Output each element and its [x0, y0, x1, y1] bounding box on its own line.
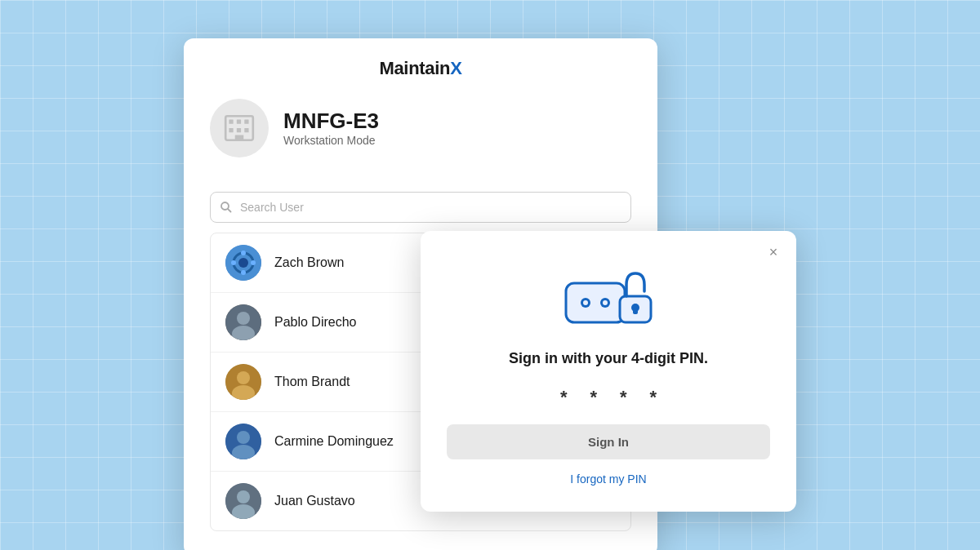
avatar: [225, 364, 261, 400]
workstation-info: MNFG-E3 Workstation Mode: [184, 99, 657, 157]
search-input[interactable]: [210, 192, 631, 223]
svg-rect-7: [235, 135, 244, 140]
panel-header: MaintainX MNFG-E3: [184, 38, 657, 192]
building-icon: [222, 111, 256, 145]
user-name: Juan Gustavo: [274, 494, 355, 508]
user-name: Thom Brandt: [274, 375, 350, 389]
avatar: [225, 245, 261, 281]
svg-point-27: [237, 490, 250, 503]
svg-rect-29: [566, 283, 625, 322]
svg-point-14: [241, 270, 246, 275]
workstation-name: MNFG-E3: [283, 109, 379, 133]
sign-in-button[interactable]: Sign In: [447, 424, 770, 459]
user-name: Zach Brown: [274, 255, 344, 270]
pin-icon-area: [447, 260, 770, 334]
pin-dot-3: *: [620, 387, 627, 408]
svg-point-12: [238, 258, 248, 268]
svg-line-9: [228, 209, 231, 212]
svg-point-15: [231, 260, 236, 265]
pin-dot-1: *: [560, 387, 568, 408]
svg-rect-36: [633, 308, 638, 314]
svg-point-33: [603, 300, 608, 305]
svg-point-21: [237, 371, 250, 384]
svg-point-24: [237, 431, 250, 444]
svg-point-16: [251, 260, 256, 265]
user-name: Carmine Dominguez: [274, 434, 394, 449]
search-input-wrap: [210, 192, 631, 223]
close-button[interactable]: ×: [764, 242, 783, 262]
svg-rect-2: [237, 120, 241, 124]
pin-dot-2: *: [590, 387, 597, 408]
pin-dialog-title: Sign in with your 4-digit PIN.: [447, 350, 770, 367]
svg-rect-1: [229, 120, 233, 124]
search-icon: [220, 201, 233, 214]
scene: MaintainX MNFG-E3: [184, 38, 796, 512]
svg-rect-3: [244, 120, 248, 124]
logo: MaintainX: [379, 58, 461, 79]
avatar: [225, 483, 261, 519]
pin-dots-container: * * * *: [447, 387, 770, 408]
pin-lock-icon: [559, 260, 657, 334]
workstation-mode: Workstation Mode: [283, 134, 379, 147]
pin-dialog: × Sign in with your 4-digit PIN.: [421, 231, 796, 512]
svg-rect-5: [237, 128, 241, 132]
svg-point-13: [241, 251, 246, 255]
workstation-avatar: [210, 99, 269, 157]
workstation-details: MNFG-E3 Workstation Mode: [283, 109, 379, 148]
svg-point-18: [237, 312, 250, 325]
svg-rect-4: [229, 128, 233, 132]
svg-rect-6: [244, 128, 248, 132]
user-name: Pablo Direcho: [274, 315, 357, 330]
pin-dot-4: *: [650, 387, 657, 408]
svg-point-31: [583, 300, 588, 305]
logo-x: X: [450, 58, 461, 78]
avatar: [225, 424, 261, 459]
search-container: [184, 192, 657, 223]
avatar: [225, 304, 261, 340]
forgot-pin-link[interactable]: I forgot my PIN: [447, 472, 770, 486]
